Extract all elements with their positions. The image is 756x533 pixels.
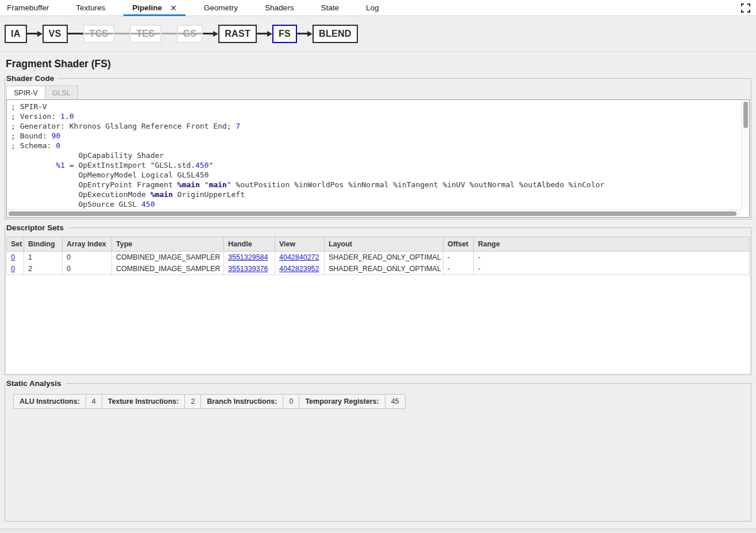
pipeline-flow: IAVSTCSTESGSRASTFSBLEND: [0, 16, 756, 52]
code-line: ; Bound: 90: [11, 131, 738, 141]
table-cell: SHADER_READ_ONLY_OPTIMAL: [325, 263, 443, 275]
pipeline-connector: [68, 33, 83, 34]
arrowhead-icon: [213, 31, 218, 37]
code-line: OpExecutionMode %main OriginUpperLeft: [11, 190, 738, 199]
tab-label: Textures: [76, 3, 105, 12]
bottom-strip: [0, 528, 756, 533]
shader-code-tabs: SPIR-V GLSL: [6, 86, 750, 99]
static-analysis-legend: Static Analysis: [6, 379, 66, 388]
tab-glsl[interactable]: GLSL: [45, 86, 78, 99]
table-cell: 2: [24, 263, 63, 275]
arrowhead-icon: [37, 31, 43, 37]
column-header: Layout: [325, 237, 443, 252]
tab-shaders[interactable]: Shaders: [264, 0, 295, 16]
stat-value: 4: [86, 395, 102, 408]
tab-label: Log: [366, 3, 379, 12]
tab-geometry[interactable]: Geometry: [203, 0, 239, 16]
pipeline-stage-fs[interactable]: FS: [272, 25, 297, 43]
tab-pipeline[interactable]: Pipeline✕: [131, 0, 178, 16]
window-tab-bar: FramebufferTexturesPipeline✕GeometryShad…: [0, 0, 756, 16]
tab-framebuffer[interactable]: Framebuffer: [6, 0, 50, 16]
pipeline-stage-blend[interactable]: BLEND: [313, 25, 358, 43]
static-analysis-body: ALU Instructions:4Texture Instructions:2…: [6, 388, 750, 520]
connector-line: [203, 33, 213, 34]
horizontal-scrollbar[interactable]: [7, 209, 741, 217]
stat-value-text: 4: [92, 397, 96, 405]
stat-value-text: 0: [289, 397, 293, 405]
stat-label: Texture Instructions:: [102, 395, 185, 408]
pipeline-stage-ia[interactable]: IA: [5, 25, 27, 43]
tab-spirv[interactable]: SPIR-V: [6, 86, 45, 99]
table-header-row: SetBindingArray IndexTypeHandleViewLayou…: [7, 237, 750, 252]
column-header: View: [275, 237, 325, 252]
cell-link[interactable]: 0: [11, 253, 15, 261]
stat-value: 45: [385, 395, 405, 408]
page-title: Fragment Shader (FS): [6, 58, 756, 70]
tab-textures[interactable]: Textures: [75, 0, 106, 16]
arrowhead-icon: [267, 31, 272, 37]
column-header: Set: [7, 237, 24, 252]
tab-label: Geometry: [204, 3, 238, 12]
cell-link[interactable]: 4042840272: [279, 253, 319, 261]
vertical-scrollbar-thumb[interactable]: [743, 102, 748, 128]
shader-code-viewer[interactable]: ; SPIR-V; Version: 1.0; Generator: Khron…: [6, 99, 750, 218]
tab-state[interactable]: State: [319, 0, 340, 16]
pipeline-stage-tcs[interactable]: TCS: [83, 25, 115, 43]
connector-line: [161, 33, 177, 34]
arrowhead-icon: [307, 31, 313, 37]
horizontal-scrollbar-thumb[interactable]: [9, 211, 736, 216]
pipeline-connector-arrow: [297, 31, 313, 37]
table-cell: 0: [63, 252, 112, 264]
pipeline-stage-tes[interactable]: TES: [130, 25, 161, 43]
column-header: Type: [112, 237, 224, 252]
shader-code-text: ; SPIR-V; Version: 1.0; Generator: Khron…: [7, 100, 749, 218]
cell-link[interactable]: 4042823952: [279, 265, 319, 273]
descriptor-sets-legend: Descriptor Sets: [6, 223, 68, 232]
table-row: 020COMBINED_IMAGE_SAMPLER355133937640428…: [7, 263, 750, 275]
stat-label: Branch Instructions:: [201, 395, 283, 408]
descriptor-sets-table-area: SetBindingArray IndexTypeHandleViewLayou…: [6, 237, 750, 373]
table-cell: 3551339376: [224, 263, 275, 275]
table-cell: 4042823952: [275, 263, 325, 275]
stat-label: Temporary Registers:: [299, 395, 385, 408]
descriptor-sets-table: SetBindingArray IndexTypeHandleViewLayou…: [6, 237, 750, 275]
tab-label: Framebuffer: [7, 3, 49, 12]
table-cell: 0: [7, 263, 24, 275]
column-header: Handle: [224, 237, 275, 252]
table-cell: 0: [63, 263, 112, 275]
stat-label: ALU Instructions:: [14, 395, 86, 408]
table-cell: 3551329584: [224, 252, 275, 264]
table-cell: 4042840272: [275, 252, 325, 264]
table-cell: -: [443, 252, 474, 264]
pipeline-stage-rast[interactable]: RAST: [218, 25, 257, 43]
code-line: ; Generator: Khronos Glslang Reference F…: [11, 121, 738, 131]
stat-label-text: Texture Instructions:: [108, 397, 179, 405]
connector-line: [27, 33, 37, 34]
column-header: Range: [474, 237, 750, 252]
connector-line: [297, 33, 307, 34]
cell-link[interactable]: 0: [11, 265, 15, 273]
code-line: OpEntryPoint Fragment %main "main" %outP…: [11, 180, 738, 190]
column-header: Offset: [443, 237, 474, 252]
code-line: ; SPIR-V: [11, 102, 738, 111]
tab-label: Pipeline: [132, 3, 162, 12]
vertical-scrollbar[interactable]: [741, 100, 749, 209]
cell-link[interactable]: 3551339376: [228, 265, 268, 273]
pipeline-stage-vs[interactable]: VS: [43, 25, 68, 43]
code-line: OpMemoryModel Logical GLSL450: [11, 170, 738, 180]
stat-label-text: Temporary Registers:: [305, 397, 379, 405]
table-cell: SHADER_READ_ONLY_OPTIMAL: [325, 252, 443, 264]
pipeline-connector-arrow: [203, 31, 218, 37]
pipeline-connector-arrow: [257, 31, 272, 37]
pipeline-connector-arrow: [27, 31, 43, 37]
stat-value: 0: [283, 395, 299, 408]
fullscreen-icon[interactable]: [741, 3, 750, 13]
static-analysis-stats: ALU Instructions:4Texture Instructions:2…: [13, 394, 406, 409]
pipeline-connector: [114, 33, 130, 34]
close-tab-icon[interactable]: ✕: [170, 4, 177, 12]
stat-label-text: ALU Instructions:: [20, 397, 80, 405]
connector-line: [68, 33, 83, 34]
pipeline-stage-gs[interactable]: GS: [177, 25, 203, 43]
tab-log[interactable]: Log: [365, 0, 380, 16]
cell-link[interactable]: 3551329584: [228, 253, 268, 261]
